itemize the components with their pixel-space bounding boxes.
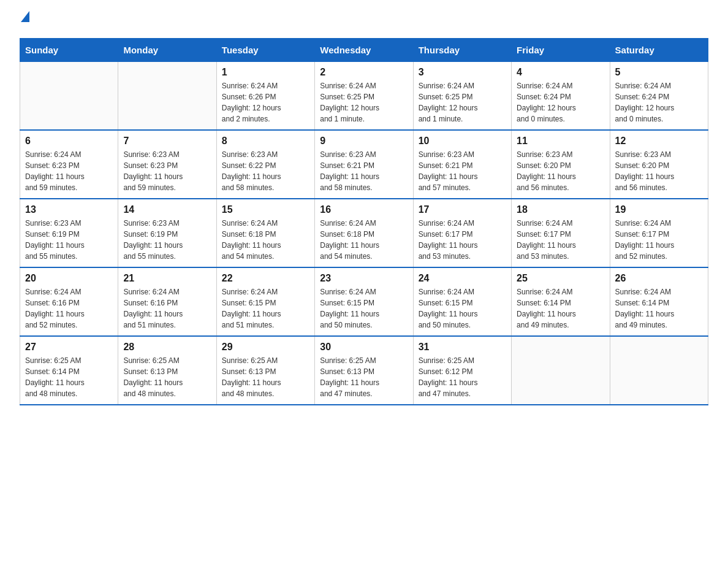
calendar-cell: 2Sunrise: 6:24 AM Sunset: 6:25 PM Daylig… <box>315 62 413 131</box>
day-number: 7 <box>123 136 211 147</box>
calendar-cell: 3Sunrise: 6:24 AM Sunset: 6:25 PM Daylig… <box>413 62 511 131</box>
day-number: 17 <box>419 204 506 215</box>
day-info: Sunrise: 6:24 AM Sunset: 6:23 PM Dayligh… <box>25 149 113 193</box>
calendar-cell: 22Sunrise: 6:24 AM Sunset: 6:15 PM Dayli… <box>216 267 314 336</box>
day-info: Sunrise: 6:23 AM Sunset: 6:20 PM Dayligh… <box>615 149 703 193</box>
calendar-header: SundayMondayTuesdayWednesdayThursdayFrid… <box>20 39 708 62</box>
day-number: 28 <box>123 342 211 353</box>
logo-arrow-icon <box>21 11 29 22</box>
calendar-cell <box>118 62 216 131</box>
calendar-cell: 29Sunrise: 6:25 AM Sunset: 6:13 PM Dayli… <box>216 336 314 405</box>
calendar-week-row: 6Sunrise: 6:24 AM Sunset: 6:23 PM Daylig… <box>20 130 708 199</box>
day-of-week-saturday: Saturday <box>610 39 708 62</box>
calendar-cell: 5Sunrise: 6:24 AM Sunset: 6:24 PM Daylig… <box>610 62 708 131</box>
day-info: Sunrise: 6:24 AM Sunset: 6:14 PM Dayligh… <box>615 286 703 331</box>
day-info: Sunrise: 6:24 AM Sunset: 6:18 PM Dayligh… <box>222 218 309 262</box>
day-info: Sunrise: 6:24 AM Sunset: 6:18 PM Dayligh… <box>320 218 408 262</box>
day-info: Sunrise: 6:25 AM Sunset: 6:13 PM Dayligh… <box>320 355 408 399</box>
day-number: 12 <box>615 136 703 147</box>
calendar-cell: 12Sunrise: 6:23 AM Sunset: 6:20 PM Dayli… <box>610 130 708 199</box>
calendar-table: SundayMondayTuesdayWednesdayThursdayFrid… <box>20 38 708 405</box>
day-info: Sunrise: 6:25 AM Sunset: 6:14 PM Dayligh… <box>25 355 113 399</box>
calendar-cell: 7Sunrise: 6:23 AM Sunset: 6:23 PM Daylig… <box>118 130 216 199</box>
calendar-cell: 31Sunrise: 6:25 AM Sunset: 6:12 PM Dayli… <box>413 336 511 405</box>
day-number: 20 <box>25 273 113 284</box>
day-number: 23 <box>320 273 408 284</box>
day-info: Sunrise: 6:23 AM Sunset: 6:22 PM Dayligh… <box>222 149 309 193</box>
day-info: Sunrise: 6:24 AM Sunset: 6:25 PM Dayligh… <box>419 80 506 124</box>
calendar-week-row: 27Sunrise: 6:25 AM Sunset: 6:14 PM Dayli… <box>20 336 708 405</box>
calendar-cell: 15Sunrise: 6:24 AM Sunset: 6:18 PM Dayli… <box>216 199 314 267</box>
day-number: 11 <box>517 136 604 147</box>
calendar-cell: 16Sunrise: 6:24 AM Sunset: 6:18 PM Dayli… <box>315 199 413 267</box>
day-info: Sunrise: 6:24 AM Sunset: 6:15 PM Dayligh… <box>222 286 309 331</box>
day-of-week-thursday: Thursday <box>413 39 511 62</box>
calendar-cell: 23Sunrise: 6:24 AM Sunset: 6:15 PM Dayli… <box>315 267 413 336</box>
calendar-week-row: 13Sunrise: 6:23 AM Sunset: 6:19 PM Dayli… <box>20 199 708 267</box>
calendar-week-row: 20Sunrise: 6:24 AM Sunset: 6:16 PM Dayli… <box>20 267 708 336</box>
day-number: 26 <box>615 273 703 284</box>
calendar-cell <box>610 336 708 405</box>
day-number: 14 <box>123 204 211 215</box>
day-number: 6 <box>25 136 113 147</box>
calendar-cell <box>20 62 118 131</box>
calendar-cell: 24Sunrise: 6:24 AM Sunset: 6:15 PM Dayli… <box>413 267 511 336</box>
calendar-cell: 19Sunrise: 6:24 AM Sunset: 6:17 PM Dayli… <box>610 199 708 267</box>
days-of-week-row: SundayMondayTuesdayWednesdayThursdayFrid… <box>20 39 708 62</box>
calendar-cell: 17Sunrise: 6:24 AM Sunset: 6:17 PM Dayli… <box>413 199 511 267</box>
calendar-cell: 27Sunrise: 6:25 AM Sunset: 6:14 PM Dayli… <box>20 336 118 405</box>
day-info: Sunrise: 6:24 AM Sunset: 6:24 PM Dayligh… <box>517 80 604 124</box>
day-of-week-sunday: Sunday <box>20 39 118 62</box>
calendar-cell: 18Sunrise: 6:24 AM Sunset: 6:17 PM Dayli… <box>512 199 610 267</box>
calendar-cell: 21Sunrise: 6:24 AM Sunset: 6:16 PM Dayli… <box>118 267 216 336</box>
day-info: Sunrise: 6:24 AM Sunset: 6:17 PM Dayligh… <box>517 218 604 262</box>
day-info: Sunrise: 6:23 AM Sunset: 6:19 PM Dayligh… <box>25 218 113 262</box>
calendar-cell: 4Sunrise: 6:24 AM Sunset: 6:24 PM Daylig… <box>512 62 610 131</box>
calendar-cell: 28Sunrise: 6:25 AM Sunset: 6:13 PM Dayli… <box>118 336 216 405</box>
day-number: 8 <box>222 136 309 147</box>
calendar-cell: 9Sunrise: 6:23 AM Sunset: 6:21 PM Daylig… <box>315 130 413 199</box>
day-info: Sunrise: 6:24 AM Sunset: 6:16 PM Dayligh… <box>25 286 113 331</box>
day-info: Sunrise: 6:25 AM Sunset: 6:12 PM Dayligh… <box>419 355 506 399</box>
day-number: 13 <box>25 204 113 215</box>
calendar-cell: 20Sunrise: 6:24 AM Sunset: 6:16 PM Dayli… <box>20 267 118 336</box>
day-number: 30 <box>320 342 408 353</box>
day-of-week-tuesday: Tuesday <box>216 39 314 62</box>
day-number: 16 <box>320 204 408 215</box>
day-number: 18 <box>517 204 604 215</box>
calendar-body: 1Sunrise: 6:24 AM Sunset: 6:26 PM Daylig… <box>20 62 708 405</box>
day-info: Sunrise: 6:24 AM Sunset: 6:24 PM Dayligh… <box>615 80 703 124</box>
header <box>20 15 708 26</box>
day-number: 1 <box>222 67 309 78</box>
day-info: Sunrise: 6:24 AM Sunset: 6:25 PM Dayligh… <box>320 80 408 124</box>
day-number: 2 <box>320 67 408 78</box>
day-of-week-wednesday: Wednesday <box>315 39 413 62</box>
day-info: Sunrise: 6:24 AM Sunset: 6:15 PM Dayligh… <box>320 286 408 331</box>
day-number: 19 <box>615 204 703 215</box>
calendar-cell: 30Sunrise: 6:25 AM Sunset: 6:13 PM Dayli… <box>315 336 413 405</box>
day-number: 31 <box>419 342 506 353</box>
day-number: 10 <box>419 136 506 147</box>
calendar-cell: 6Sunrise: 6:24 AM Sunset: 6:23 PM Daylig… <box>20 130 118 199</box>
calendar-cell: 1Sunrise: 6:24 AM Sunset: 6:26 PM Daylig… <box>216 62 314 131</box>
day-info: Sunrise: 6:24 AM Sunset: 6:16 PM Dayligh… <box>123 286 211 331</box>
day-number: 4 <box>517 67 604 78</box>
day-info: Sunrise: 6:24 AM Sunset: 6:17 PM Dayligh… <box>615 218 703 262</box>
calendar-cell: 11Sunrise: 6:23 AM Sunset: 6:20 PM Dayli… <box>512 130 610 199</box>
day-info: Sunrise: 6:24 AM Sunset: 6:17 PM Dayligh… <box>419 218 506 262</box>
day-number: 3 <box>419 67 506 78</box>
day-of-week-friday: Friday <box>512 39 610 62</box>
day-info: Sunrise: 6:23 AM Sunset: 6:20 PM Dayligh… <box>517 149 604 193</box>
calendar-cell: 13Sunrise: 6:23 AM Sunset: 6:19 PM Dayli… <box>20 199 118 267</box>
day-info: Sunrise: 6:23 AM Sunset: 6:21 PM Dayligh… <box>419 149 506 193</box>
day-number: 22 <box>222 273 309 284</box>
day-number: 15 <box>222 204 309 215</box>
day-number: 27 <box>25 342 113 353</box>
calendar-cell: 10Sunrise: 6:23 AM Sunset: 6:21 PM Dayli… <box>413 130 511 199</box>
day-of-week-monday: Monday <box>118 39 216 62</box>
day-info: Sunrise: 6:24 AM Sunset: 6:26 PM Dayligh… <box>222 80 309 124</box>
day-number: 24 <box>419 273 506 284</box>
calendar-cell: 8Sunrise: 6:23 AM Sunset: 6:22 PM Daylig… <box>216 130 314 199</box>
day-info: Sunrise: 6:23 AM Sunset: 6:21 PM Dayligh… <box>320 149 408 193</box>
day-info: Sunrise: 6:23 AM Sunset: 6:19 PM Dayligh… <box>123 218 211 262</box>
